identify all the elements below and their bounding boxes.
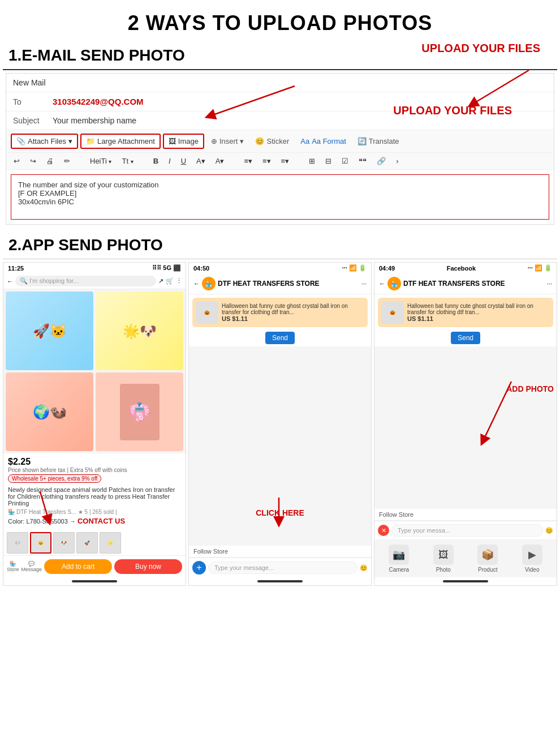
photo-icon: 🖼 (433, 545, 454, 565)
clear-btn[interactable]: ✏ (61, 156, 73, 166)
print-btn[interactable]: 🖨 (44, 156, 57, 166)
product-card-3: 🎃 Halloween bat funny cute ghost crystal… (378, 298, 553, 327)
camera-btn[interactable]: 📷 Camera (389, 545, 409, 573)
signal-3: ··· 📶 🔋 (528, 264, 552, 272)
home-bar-3 (443, 580, 488, 582)
large-attach-icon: 📁 (86, 137, 95, 145)
buy-now-btn[interactable]: Buy now (114, 559, 182, 574)
underline-btn[interactable]: U (178, 156, 189, 166)
message-icon: 💬 (28, 561, 35, 567)
subject-label: Subject (13, 116, 53, 125)
signal-2: ··· 📶 🔋 (342, 264, 367, 272)
time-1: 11:25 (8, 265, 24, 272)
thumb-3[interactable]: 🐶 (53, 532, 75, 554)
follow-store-3: Follow Store (374, 509, 557, 521)
send-btn-3[interactable]: Send (451, 332, 480, 344)
contact-us-label: CONTACT US (77, 517, 125, 525)
quote-btn[interactable]: ❝❝ (356, 156, 369, 166)
x-btn-3[interactable]: ✕ (378, 525, 389, 536)
back-icon-2[interactable]: ← (193, 280, 200, 287)
product-price-sub-1: Price shown before tax | Extra 5% off wi… (8, 467, 181, 473)
image-icon: 🖼 (169, 137, 176, 145)
redo-btn[interactable]: ↪ (27, 156, 39, 166)
add-to-cart-btn[interactable]: Add to cart (44, 559, 112, 574)
signal-1: ⠿⠿ 5G ⬛ (152, 264, 181, 272)
list-btn[interactable]: ≡▾ (241, 156, 255, 166)
video-btn[interactable]: ▶ Video (522, 545, 542, 573)
product-card-price-2: US $1.11 (222, 315, 364, 322)
thumb-2[interactable]: 🐱 (30, 532, 51, 554)
product-card-info-3: Halloween bat funny cute ghost crystal b… (407, 303, 550, 322)
search-icon-1: 🔍 (20, 277, 28, 284)
attach-files-btn[interactable]: 📎 Attach Files ▾ (11, 134, 78, 149)
thumb-4[interactable]: 🚀 (76, 532, 98, 554)
product-card-img-3: 🎃 (381, 301, 404, 324)
link-btn[interactable]: 🔗 (374, 156, 389, 166)
email-body[interactable]: The number and size of your customizatio… (11, 174, 549, 220)
product-card-info-2: Halloween bat funny cute ghost crystal b… (222, 303, 364, 322)
chat-input-row-3: ✕ Type your messa... 😊 (374, 521, 557, 539)
message-action[interactable]: 💬 Message (21, 561, 42, 572)
email-section: UPLOAD YOUR FILES New Mail To 3103542249… (3, 73, 557, 225)
italic-btn[interactable]: I (166, 156, 174, 166)
store-action[interactable]: 🏪 Store (7, 561, 19, 572)
thumb-5[interactable]: ⭐ (100, 532, 121, 554)
product-card-img-2: 🎃 (196, 301, 218, 324)
photo-btn[interactable]: 🖼 Photo (433, 545, 454, 573)
model-image: 👘 (96, 372, 183, 451)
table-btn[interactable]: ⊞ (306, 156, 318, 166)
font-btn[interactable]: HeiTi ▾ (87, 156, 114, 166)
plus-btn-2[interactable]: + (192, 561, 206, 575)
more-icon-2[interactable]: ··· (361, 280, 367, 287)
emoji-icon-2[interactable]: 😊 (360, 564, 368, 572)
svg-line-1 (210, 86, 295, 116)
chat-header-2: ← 🏪 DTF HEAT TRANSFERS STORE ··· (189, 273, 371, 294)
seller-icon-1: 🏪 (8, 509, 15, 515)
more-icon-3[interactable]: ··· (547, 280, 552, 287)
fontsize-btn[interactable]: Tt ▾ (119, 156, 136, 166)
bold-btn[interactable]: B (150, 156, 161, 166)
grid-btn[interactable]: ⊟ (322, 156, 334, 166)
large-attachment-btn[interactable]: 📁 Large Attachment (80, 134, 161, 149)
to-label: To (13, 97, 53, 106)
chat-body-3 (374, 346, 557, 509)
subject-arrow (187, 83, 300, 123)
chat-input-2[interactable]: Type your message... (208, 561, 357, 574)
media-actions-3: 📷 Camera 🖼 Photo 📦 Product ▶ Video (374, 539, 557, 577)
search-bar-1[interactable]: 🔍 I'm shopping for... (15, 276, 156, 286)
align-btn[interactable]: ≡▾ (260, 156, 274, 166)
subject-value: Your membership name (53, 116, 136, 125)
checkbox-btn[interactable]: ☑ (339, 156, 351, 166)
more-icon-1[interactable]: ⋮ (176, 277, 182, 285)
send-btn-2[interactable]: Send (265, 332, 295, 344)
sticker-btn[interactable]: 😊 Sticker (251, 135, 294, 148)
thumb-1[interactable]: 🏷 (7, 532, 28, 554)
more-btn[interactable]: › (393, 156, 401, 166)
product-btn[interactable]: 📦 Product (477, 545, 498, 573)
fontcolor-btn[interactable]: A▾ (193, 156, 208, 166)
indent-btn[interactable]: ≡▾ (278, 156, 292, 166)
main-title: 2 WAYS TO UPLOAD PHOTOS (0, 0, 560, 41)
message-arrow (23, 486, 68, 531)
space-img-1: 🚀🐱 (6, 292, 93, 370)
email-toolbar: 📎 Attach Files ▾ 📁 Large Attachment 🖼 Im… (6, 130, 554, 153)
chat-input-3[interactable]: Type your messa... (391, 524, 543, 537)
share-icon-1[interactable]: ↗ (158, 277, 163, 285)
cart-icon-1[interactable]: 🛒 (166, 277, 174, 285)
insert-icon: ⊕ (211, 137, 217, 145)
image-btn[interactable]: 🖼 Image (163, 134, 204, 149)
product-icon: 📦 (477, 545, 498, 565)
emoji-icon-3[interactable]: 😊 (545, 527, 553, 534)
undo-btn[interactable]: ↩ (11, 156, 23, 166)
facebook-3: Facebook (447, 265, 476, 272)
format-icon: Aa (300, 137, 309, 145)
product-card-name-2: Halloween bat funny cute ghost crystal b… (222, 303, 364, 315)
insert-btn[interactable]: ⊕ Insert ▾ (206, 135, 249, 148)
add-photo-arrow (466, 376, 523, 449)
store-icon: 🏪 (10, 561, 16, 567)
back-icon-1[interactable]: ← (7, 278, 13, 285)
back-icon-3[interactable]: ← (379, 280, 385, 287)
format-btn[interactable]: Aa Aa Format (296, 135, 351, 148)
highlight-btn[interactable]: A▾ (213, 156, 227, 166)
translate-btn[interactable]: 🔄 Translate (353, 135, 404, 148)
